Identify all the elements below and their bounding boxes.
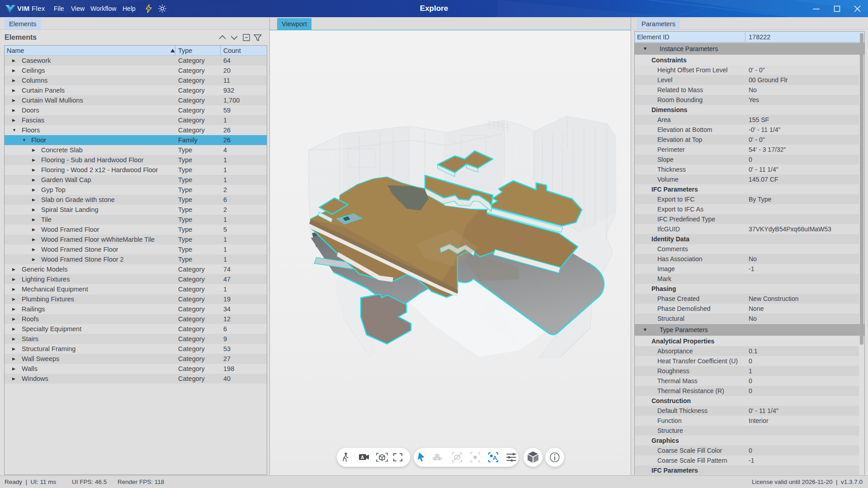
svg-text:A: A [361, 455, 364, 460]
svg-text:A: A [493, 455, 497, 461]
